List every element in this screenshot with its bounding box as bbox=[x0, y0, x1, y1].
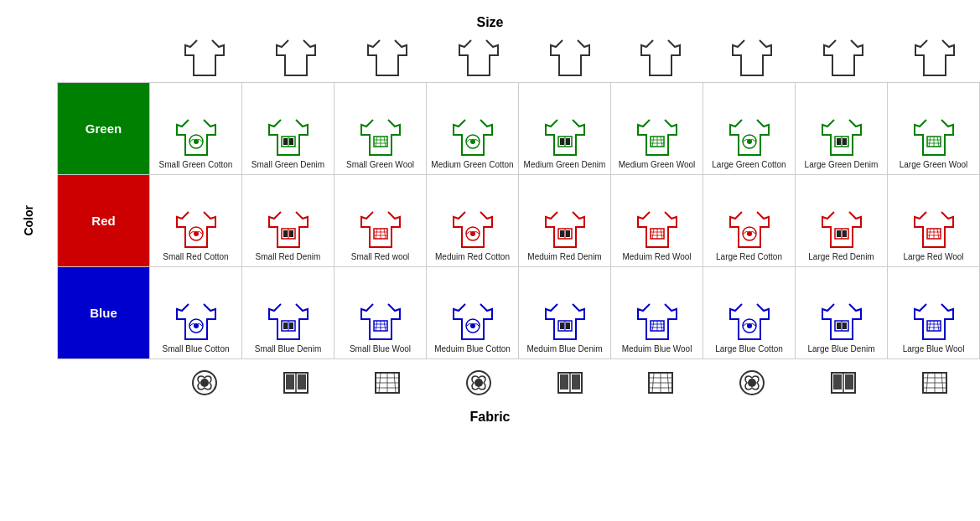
cell-label-blue-7: Large Blue Cotton bbox=[715, 344, 783, 353]
cell-label-green-2: Small Green Denim bbox=[251, 160, 324, 169]
cell-green-8[interactable]: Large Green Denim bbox=[796, 83, 888, 175]
cell-green-4[interactable]: Medium Green Cotton bbox=[427, 83, 519, 175]
cell-blue-5[interactable]: Meduim Blue Denim bbox=[519, 267, 611, 359]
cell-label-red-3: Small Red wool bbox=[351, 252, 409, 261]
cell-green-5[interactable]: Medium Green Denim bbox=[519, 83, 611, 175]
cell-label-green-4: Medium Green Cotton bbox=[431, 160, 513, 169]
cell-label-green-5: Medium Green Denim bbox=[524, 160, 606, 169]
color-header-blue: Blue bbox=[58, 267, 150, 359]
cell-blue-7[interactable]: Large Blue Cotton bbox=[703, 267, 796, 359]
svg-rect-77 bbox=[289, 322, 293, 329]
svg-rect-64 bbox=[837, 230, 841, 237]
grid-body: Green Small Green Cotton Small Green Den… bbox=[57, 82, 980, 359]
cell-green-3[interactable]: Small Green Wool bbox=[334, 83, 427, 175]
fabric-icons-row bbox=[159, 359, 980, 406]
size-icon-col-7 bbox=[707, 34, 798, 82]
cell-label-green-9: Large Green Wool bbox=[900, 160, 968, 169]
fabric-icon-denim-3 bbox=[797, 359, 889, 406]
cell-red-8[interactable]: Large Red Denim bbox=[796, 175, 888, 267]
cell-label-blue-6: Meduim Blue Wool bbox=[622, 344, 692, 353]
svg-rect-16 bbox=[560, 138, 564, 145]
fabric-icon-wool-1 bbox=[342, 359, 433, 406]
svg-rect-4 bbox=[283, 138, 288, 145]
cell-green-7[interactable]: Large Green Cotton bbox=[703, 83, 796, 175]
svg-rect-112 bbox=[286, 374, 294, 389]
cell-red-2[interactable]: Small Red Denim bbox=[242, 175, 334, 267]
cell-label-blue-5: Meduim Blue Denim bbox=[526, 344, 602, 353]
color-header-red: Red bbox=[58, 175, 150, 267]
svg-rect-101 bbox=[843, 322, 847, 329]
fabric-icon-cotton-1 bbox=[159, 359, 251, 406]
table-wrapper: Color Green Small Green Cotton Small Gre… bbox=[0, 82, 980, 359]
svg-rect-126 bbox=[572, 374, 580, 389]
svg-line-47 bbox=[384, 229, 386, 239]
size-icons-row bbox=[159, 34, 980, 82]
fabric-icon-wool-2 bbox=[615, 359, 707, 406]
svg-rect-125 bbox=[560, 374, 568, 389]
svg-line-107 bbox=[937, 321, 939, 331]
cell-red-5[interactable]: Meduim Red Denim bbox=[519, 175, 611, 267]
svg-line-83 bbox=[384, 321, 386, 331]
svg-rect-100 bbox=[837, 322, 841, 329]
cell-blue-8[interactable]: Large Blue Denim bbox=[796, 267, 888, 359]
size-icon-col-5 bbox=[524, 34, 615, 82]
cell-blue-2[interactable]: Small Blue Denim bbox=[242, 267, 334, 359]
cell-green-9[interactable]: Large Green Wool bbox=[888, 83, 980, 175]
svg-rect-28 bbox=[837, 138, 841, 145]
svg-line-105 bbox=[929, 321, 931, 331]
fabric-icon-denim-2 bbox=[524, 359, 615, 406]
svg-line-21 bbox=[652, 137, 654, 147]
cell-label-red-9: Large Red Wool bbox=[903, 252, 963, 261]
svg-line-35 bbox=[937, 137, 939, 147]
svg-line-33 bbox=[929, 137, 931, 147]
cell-red-9[interactable]: Large Red Wool bbox=[888, 175, 980, 267]
svg-line-45 bbox=[376, 229, 377, 239]
cell-label-green-6: Medium Green Wool bbox=[619, 160, 696, 169]
fabric-icon-cotton-3 bbox=[707, 359, 798, 406]
cell-blue-9[interactable]: Large Blue Wool bbox=[888, 267, 980, 359]
cell-blue-3[interactable]: Small Blue Wool bbox=[334, 267, 427, 359]
cell-red-1[interactable]: Small Red Cotton bbox=[150, 175, 242, 267]
cell-label-red-8: Large Red Denim bbox=[808, 252, 874, 261]
cell-red-3[interactable]: Small Red wool bbox=[334, 175, 427, 267]
cell-red-6[interactable]: Meduim Red Wool bbox=[611, 175, 703, 267]
svg-line-93 bbox=[652, 321, 654, 331]
cell-label-red-5: Meduim Red Denim bbox=[527, 252, 601, 261]
cell-label-blue-2: Small Blue Denim bbox=[255, 344, 321, 353]
svg-rect-113 bbox=[298, 374, 306, 389]
svg-line-11 bbox=[384, 137, 386, 147]
cell-red-4[interactable]: Meduim Red Cotton bbox=[427, 175, 519, 267]
svg-rect-76 bbox=[283, 322, 288, 329]
svg-line-71 bbox=[937, 229, 939, 239]
size-icon-col-1 bbox=[159, 34, 251, 82]
cell-blue-6[interactable]: Meduim Blue Wool bbox=[611, 267, 703, 359]
fabric-label: Fabric bbox=[0, 406, 980, 431]
cell-green-1[interactable]: Small Green Cotton bbox=[150, 83, 242, 175]
svg-rect-65 bbox=[843, 230, 847, 237]
svg-rect-5 bbox=[289, 138, 293, 145]
svg-rect-139 bbox=[845, 374, 853, 389]
cell-label-red-2: Small Red Denim bbox=[256, 252, 321, 261]
cell-red-7[interactable]: Large Red Cotton bbox=[703, 175, 796, 267]
cell-green-6[interactable]: Medium Green Wool bbox=[611, 83, 703, 175]
cell-blue-1[interactable]: Small Blue Cotton bbox=[150, 267, 242, 359]
svg-line-81 bbox=[376, 321, 377, 331]
cell-label-red-1: Small Red Cotton bbox=[163, 252, 228, 261]
size-icon-col-6 bbox=[615, 34, 707, 82]
cell-label-green-7: Large Green Cotton bbox=[712, 160, 786, 169]
fabric-icon-denim-1 bbox=[251, 359, 342, 406]
page: Size Color Green Small Green Cotton bbox=[0, 0, 980, 440]
cell-green-2[interactable]: Small Green Denim bbox=[242, 83, 334, 175]
svg-point-135 bbox=[748, 379, 756, 387]
svg-line-69 bbox=[929, 229, 931, 239]
size-label: Size bbox=[0, 8, 980, 34]
fabric-icon-wool-3 bbox=[889, 359, 980, 406]
color-header-green: Green bbox=[58, 83, 150, 175]
size-icon-col-9 bbox=[889, 34, 980, 82]
size-icon-col-2 bbox=[251, 34, 342, 82]
cell-label-blue-3: Small Blue Wool bbox=[350, 344, 411, 353]
svg-rect-17 bbox=[566, 138, 570, 145]
svg-line-59 bbox=[661, 229, 662, 239]
cell-blue-4[interactable]: Meduim Blue Cotton bbox=[427, 267, 519, 359]
svg-rect-41 bbox=[289, 230, 293, 237]
